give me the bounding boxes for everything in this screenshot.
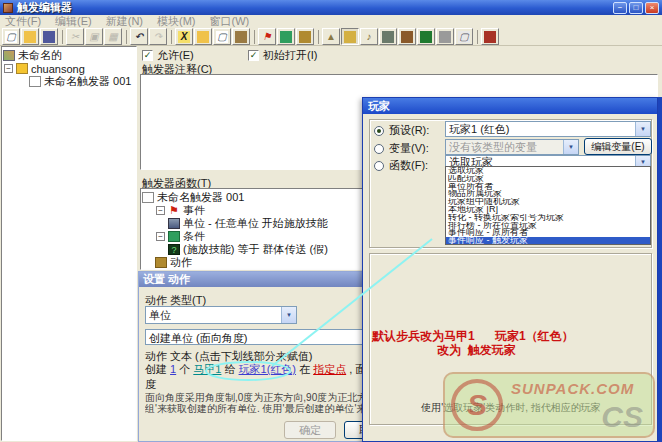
tree-row-label: (施放技能) 等于 群体传送 (假)	[183, 242, 328, 257]
open-button[interactable]	[21, 28, 39, 45]
action-text-part: 在	[296, 363, 313, 375]
chevron-down-icon[interactable]: ▼	[281, 307, 296, 323]
tree-row-icon	[168, 244, 180, 255]
campaign-editor-button[interactable]	[398, 28, 416, 45]
menu-item[interactable]: 窗口(W)	[210, 14, 250, 29]
new-file-button[interactable]: ▢	[2, 28, 20, 45]
toolbar-icon	[43, 31, 55, 43]
copy-button[interactable]: ▣	[85, 28, 103, 45]
initially-on-checkbox[interactable]: ✓ 初始打开(I)	[248, 48, 317, 63]
function-list-item[interactable]: 选取玩家	[446, 167, 650, 175]
save-button[interactable]	[40, 28, 58, 45]
variable-radio-row: 变量(V):	[374, 141, 429, 156]
action-text-part: 给	[221, 363, 238, 375]
trigger-editor-button[interactable]	[341, 28, 359, 45]
toolbar-separator[interactable]	[168, 28, 174, 45]
function-radio[interactable]	[374, 161, 384, 171]
object-editor-button[interactable]	[379, 28, 397, 45]
edit-variables-button[interactable]: 编辑变量(E)	[584, 138, 652, 155]
toolbar: ▢✂▣▦↶↷X▢⚑▲♪▢	[0, 28, 662, 46]
function-list-item[interactable]: 事件响应 - 原所有者	[446, 229, 650, 237]
action-text-part: 创建	[145, 363, 170, 375]
toolbar-icon: ▦	[107, 31, 119, 43]
chevron-down-icon[interactable]: ▼	[635, 122, 650, 136]
undo-button[interactable]: ↶	[130, 28, 148, 45]
toolbar-icon: ⚑	[261, 31, 273, 43]
checkbox-check-icon: ✓	[248, 50, 259, 61]
window-edge	[658, 97, 662, 442]
function-list-item[interactable]: 排行榜 - 所在位置玩家	[446, 222, 650, 230]
variable-value: 没有该类型的变量	[449, 140, 537, 155]
function-label: 函数(F):	[389, 158, 428, 173]
tree-row-icon	[155, 257, 167, 268]
toolbar-icon: X	[178, 31, 190, 43]
preset-combobox[interactable]: 玩家1 (红色) ▼	[445, 121, 651, 137]
function-dropdown-list: 选取玩家匹配玩家单位所有者物品所属玩家玩家组中随机玩家本地玩家 [R]转化 - …	[445, 166, 651, 245]
preset-radio[interactable]	[374, 126, 384, 136]
action-text-part[interactable]: 马甲1	[193, 363, 221, 375]
action-text-part[interactable]: 玩家1(红色)	[239, 363, 296, 375]
toolbar-separator[interactable]	[315, 28, 321, 45]
toolbar-icon: ▲	[325, 31, 337, 43]
expander-icon[interactable]	[156, 206, 165, 215]
function-list-item[interactable]: 事件响应 - 触发玩家	[446, 237, 650, 245]
tree-row-icon	[3, 50, 15, 61]
new-condition-button[interactable]	[277, 28, 295, 45]
function-list-item[interactable]: 匹配玩家	[446, 175, 650, 183]
toolbar-icon	[382, 31, 394, 43]
checkbox-check-icon: ✓	[142, 50, 153, 61]
expander-icon[interactable]	[4, 64, 13, 73]
toolbar-separator[interactable]	[251, 28, 257, 45]
toolbar-separator[interactable]	[59, 28, 65, 45]
watermark-logo-icon: S	[451, 379, 503, 431]
cut-button[interactable]: ✂	[66, 28, 84, 45]
sound-editor-button[interactable]: ♪	[360, 28, 378, 45]
ok-button[interactable]: 确定	[284, 421, 336, 439]
object-manager-button[interactable]	[436, 28, 454, 45]
new-event-button[interactable]: ⚑	[258, 28, 276, 45]
tree-row-label: chuansong	[31, 63, 85, 75]
function-list-item[interactable]: 单位所有者	[446, 183, 650, 191]
toolbar-separator[interactable]	[123, 28, 129, 45]
expander-icon[interactable]	[156, 232, 165, 241]
close-button[interactable]: ×	[645, 2, 659, 14]
redo-button[interactable]: ↷	[149, 28, 167, 45]
new-category-button[interactable]	[194, 28, 212, 45]
menu-item[interactable]: 编辑(E)	[55, 14, 92, 29]
function-list-item[interactable]: 本地玩家 [R]	[446, 206, 650, 214]
minimize-button[interactable]: −	[613, 2, 627, 14]
action-text-part: 个	[176, 363, 193, 375]
new-action-button[interactable]	[296, 28, 314, 45]
terrain-editor-button[interactable]: ▲	[322, 28, 340, 45]
new-trigger-button[interactable]: ▢	[213, 28, 231, 45]
menu-item[interactable]: 文件(F)	[5, 14, 41, 29]
map-tree-row[interactable]: 未命名的	[2, 49, 136, 62]
test-map-button[interactable]	[481, 28, 499, 45]
variable-radio[interactable]	[374, 144, 384, 154]
initially-on-label: 初始打开(I)	[263, 48, 317, 63]
variables-button[interactable]: X	[175, 28, 193, 45]
window-title: 触发编辑器	[17, 0, 72, 15]
toolbar-separator[interactable]	[474, 28, 480, 45]
maximize-button[interactable]: □	[629, 2, 643, 14]
import-manager-button[interactable]: ▢	[455, 28, 473, 45]
toolbar-icon	[439, 31, 451, 43]
paste-button[interactable]: ▦	[104, 28, 122, 45]
menu-bar: 文件(F)编辑(E)新建(N)模块(M)窗口(W)	[0, 15, 662, 28]
tree-row-icon	[142, 192, 154, 203]
action-type-value: 单位	[149, 308, 171, 323]
enabled-checkbox[interactable]: ✓ 允许(E)	[142, 48, 194, 63]
ai-editor-button[interactable]	[417, 28, 435, 45]
toolbar-icon: ↶	[133, 31, 145, 43]
map-tree-row[interactable]: 未命名触发器 001	[2, 75, 136, 88]
toolbar-icon	[235, 31, 247, 43]
action-text-part[interactable]: 指定点	[313, 363, 346, 375]
menu-item[interactable]: 新建(N)	[106, 14, 143, 29]
menu-item[interactable]: 模块(M)	[157, 14, 196, 29]
player-dialog-titlebar[interactable]: 玩家	[363, 98, 657, 114]
new-comment-button[interactable]	[232, 28, 250, 45]
action-type-combobox[interactable]: 单位 ▼	[145, 306, 297, 324]
function-list-item[interactable]: 物品所属玩家	[446, 190, 650, 198]
function-list-item[interactable]: 玩家组中随机玩家	[446, 198, 650, 206]
function-list-item[interactable]: 转化 - 转换玩家索引号为玩家	[446, 214, 650, 222]
